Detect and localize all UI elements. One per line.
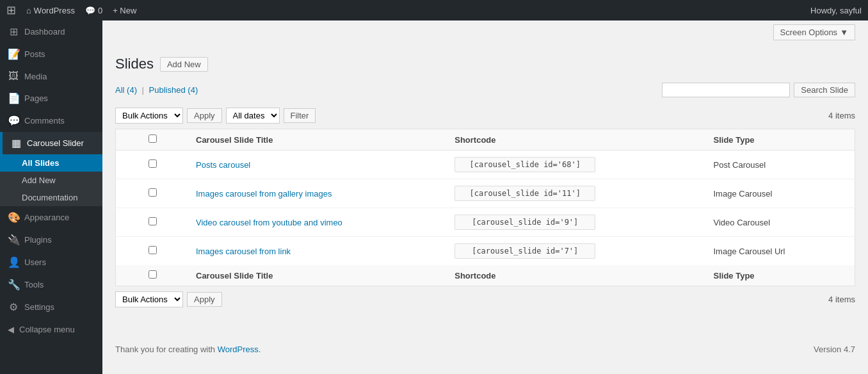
table-row: Images carousel from link [carousel_slid… [116, 237, 855, 266]
sidebar-item-appearance[interactable]: 🎨Appearance [0, 206, 102, 229]
footer-credit: Thank you for creating with WordPress. [115, 345, 261, 354]
footer-title-col[interactable]: Carousel Slide Title [189, 265, 448, 286]
footer-type-col: Slide Type [707, 265, 855, 286]
select-all-checkbox-top[interactable] [149, 134, 157, 143]
version-label: Version 4.7 [814, 345, 855, 354]
settings-icon: ⚙ [8, 301, 19, 313]
items-count-bottom: 4 items [828, 295, 855, 304]
pages-icon: 📄 [8, 92, 19, 104]
page-title: Slides [115, 56, 154, 72]
footer: Thank you for creating with WordPress. V… [102, 338, 868, 361]
sidebar-item-tools[interactable]: 🔧Tools [0, 273, 102, 296]
all-filter-link[interactable]: All (4) [115, 85, 140, 95]
row-3-shortcode: [carousel_slide id='9'] [448, 208, 707, 237]
row-checkbox-3 [116, 208, 190, 237]
row-4-checkbox[interactable] [149, 246, 157, 254]
admin-bar: ⊞ ⌂ WordPress 💬 0 + New Howdy, sayful [0, 0, 868, 20]
row-3-checkbox[interactable] [149, 217, 157, 225]
sidebar-item-settings[interactable]: ⚙Settings [0, 296, 102, 318]
table-row: Posts carousel [carousel_slide id='68'] … [116, 150, 855, 179]
sidebar-item-media[interactable]: 🖼Media [0, 65, 102, 87]
slide-title-link-1[interactable]: Posts carousel [196, 160, 250, 170]
dashboard-icon: ⊞ [8, 26, 19, 38]
row-3-type: Video Carousel [707, 208, 855, 237]
sidebar-item-posts[interactable]: 📝Posts [0, 43, 102, 65]
submenu-add-new[interactable]: Add New [0, 172, 102, 189]
apply-button-top[interactable]: Apply [187, 108, 222, 123]
wp-logo: ⊞ [6, 3, 16, 17]
submenu-documentation[interactable]: Documentation [0, 189, 102, 206]
new-link[interactable]: + New [113, 6, 136, 15]
row-1-checkbox[interactable] [149, 159, 157, 168]
comments-icon: 💬 [85, 6, 95, 15]
row-1-type: Post Carousel [707, 150, 855, 179]
table-row: Images carousel from gallery images [car… [116, 179, 855, 208]
tools-icon: 🔧 [8, 279, 19, 291]
search-slide-button[interactable]: Search Slide [794, 83, 855, 97]
search-area: Search Slide [662, 83, 855, 97]
shortcode-box-3: [carousel_slide id='9'] [454, 215, 595, 230]
row-1-shortcode: [carousel_slide id='68'] [448, 150, 707, 179]
header-title-col[interactable]: Carousel Slide Title [189, 129, 448, 150]
users-icon: 👤 [8, 256, 19, 268]
media-icon: 🖼 [8, 70, 19, 82]
row-4-type: Image Carousel Url [707, 237, 855, 266]
bulk-actions-select-top[interactable]: Bulk Actions [115, 108, 183, 124]
shortcode-box-2: [carousel_slide id='11'] [454, 186, 595, 201]
search-input[interactable] [662, 83, 790, 97]
slide-title-link-4[interactable]: Images carousel from link [196, 247, 291, 256]
sidebar-item-comments[interactable]: 💬Comments [0, 110, 102, 132]
row-2-title: Images carousel from gallery images [189, 179, 448, 208]
page-title-area: Slides Add New [115, 56, 855, 72]
sidebar-item-pages[interactable]: 📄Pages [0, 87, 102, 110]
row-4-title: Images carousel from link [189, 237, 448, 266]
published-filter-link[interactable]: Published (4) [149, 85, 198, 95]
filter-search-row: All (4) | Published (4) Search Slide [115, 79, 855, 102]
posts-icon: 📝 [8, 48, 19, 60]
row-4-shortcode: [carousel_slide id='7'] [448, 237, 707, 266]
bulk-actions-select-bottom[interactable]: Bulk Actions [115, 291, 183, 307]
carousel-icon: ▦ [10, 137, 22, 149]
screen-options-bar: Screen Options ▼ [102, 20, 868, 40]
row-checkbox-2 [116, 179, 190, 208]
row-2-checkbox[interactable] [149, 188, 157, 197]
slides-table: Carousel Slide Title Shortcode Slide Typ… [115, 129, 855, 286]
table-header-row: Carousel Slide Title Shortcode Slide Typ… [116, 129, 855, 150]
shortcode-box-1: [carousel_slide id='68'] [454, 157, 595, 172]
row-checkbox-1 [116, 150, 190, 179]
appearance-icon: 🎨 [8, 211, 19, 224]
filter-button[interactable]: Filter [284, 108, 316, 123]
row-2-type: Image Carousel [707, 179, 855, 208]
sidebar-item-users[interactable]: 👤Users [0, 251, 102, 273]
slide-title-link-3[interactable]: Video carousel from youtube and vimeo [196, 218, 342, 227]
date-filter-select[interactable]: All dates [226, 108, 280, 124]
header-checkbox-col [116, 129, 190, 150]
table-row: Video carousel from youtube and vimeo [c… [116, 208, 855, 237]
row-checkbox-4 [116, 237, 190, 266]
top-tablenav: Bulk Actions Apply All dates Filter 4 it… [115, 108, 855, 124]
sidebar-item-dashboard[interactable]: ⊞Dashboard [0, 20, 102, 43]
screen-options-arrow-icon: ▼ [840, 28, 848, 37]
add-new-button[interactable]: Add New [160, 57, 208, 72]
apply-button-bottom[interactable]: Apply [187, 292, 222, 307]
submenu-all-slides[interactable]: All Slides [0, 154, 102, 172]
bottom-tablenav: Bulk Actions Apply 4 items [115, 291, 855, 307]
comments-link[interactable]: 💬 0 [85, 6, 102, 15]
comments-menu-icon: 💬 [8, 115, 19, 127]
screen-options-button[interactable]: Screen Options ▼ [773, 24, 855, 40]
site-name[interactable]: ⌂ WordPress [26, 6, 75, 15]
home-icon: ⌂ [26, 6, 31, 15]
select-all-checkbox-bottom[interactable] [149, 270, 157, 279]
collapse-arrow-icon: ◀ [8, 325, 14, 334]
subsubsub: All (4) | Published (4) [115, 85, 198, 95]
row-2-shortcode: [carousel_slide id='11'] [448, 179, 707, 208]
carousel-submenu: All Slides Add New Documentation [0, 154, 102, 206]
sidebar-item-carousel-slider[interactable]: ▦ Carousel Slider All Slides Add New Doc… [0, 132, 102, 206]
slide-title-link-2[interactable]: Images carousel from gallery images [196, 189, 332, 199]
collapse-menu-button[interactable]: ◀ Collapse menu [0, 318, 102, 341]
howdy-text: Howdy, sayful [810, 6, 862, 15]
plugins-icon: 🔌 [8, 234, 19, 246]
wordpress-link[interactable]: WordPress. [218, 345, 261, 354]
sidebar-item-plugins[interactable]: 🔌Plugins [0, 229, 102, 251]
footer-shortcode-col: Shortcode [448, 265, 707, 286]
